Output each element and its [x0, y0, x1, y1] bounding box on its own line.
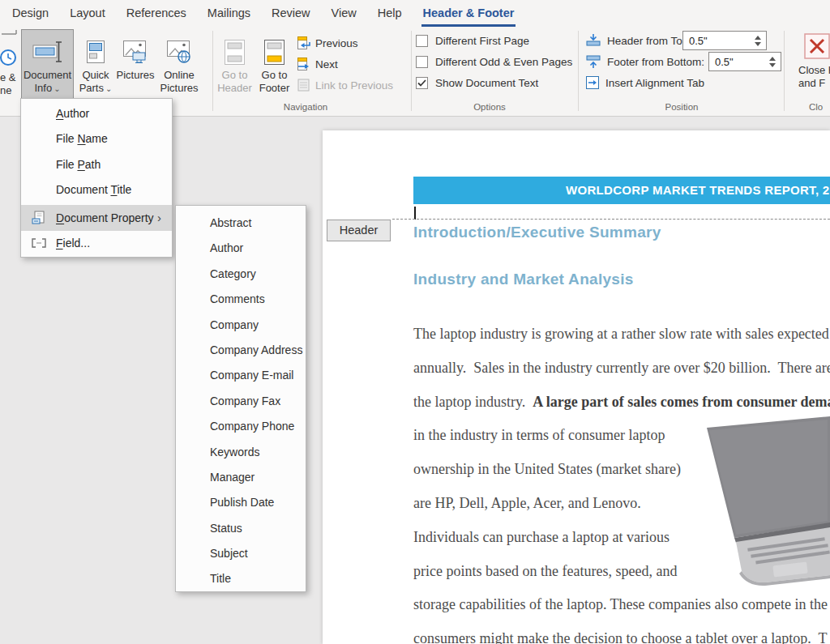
- checkbox-unchecked-icon: [416, 35, 428, 47]
- menu-item-file-path[interactable]: File Path: [21, 151, 172, 177]
- dropdown-caret-icon: ⌄: [105, 84, 112, 93]
- body-text-line: annually. Sales in the industry currentl…: [413, 360, 830, 376]
- header-boundary-line: [392, 219, 830, 220]
- menu-item-document-property[interactable]: Document Property›: [21, 205, 172, 231]
- go-to-header-button[interactable]: Go to Header: [216, 29, 254, 99]
- footer-from-bottom-icon: [585, 54, 601, 69]
- go-to-footer-label-2: Footer: [259, 82, 290, 95]
- tab-references[interactable]: References: [116, 0, 197, 27]
- menu-item-file-name[interactable]: File Name: [21, 126, 172, 152]
- online-pictures-label-2: Pictures: [160, 82, 199, 95]
- tab-header-footer[interactable]: Header & Footer: [413, 0, 525, 27]
- body-text-line: storage capabilities of the laptop. Thes…: [413, 596, 830, 612]
- spinner[interactable]: [764, 53, 781, 70]
- document-header-banner: WORLDCORP MARKET TRENDS REPORT, 2022: [413, 177, 830, 204]
- tab-review[interactable]: Review: [261, 0, 321, 27]
- options-group-label: Options: [473, 102, 506, 112]
- close-header-footer-label-1: Close H: [798, 64, 830, 77]
- submenu-item-author[interactable]: Author: [176, 236, 306, 261]
- submenu-item-comments[interactable]: Comments: [176, 287, 306, 312]
- spinner-up-icon[interactable]: [755, 36, 761, 40]
- submenu-item-company-fax[interactable]: Company Fax: [176, 389, 306, 414]
- online-pictures-label-1: Online: [164, 69, 195, 82]
- menu-item-label: File Path: [56, 158, 157, 171]
- insert-alignment-tab-button[interactable]: Insert Alignment Tab: [585, 74, 704, 92]
- spinner-down-icon[interactable]: [755, 42, 761, 46]
- submenu-item-subject[interactable]: Subject: [176, 541, 306, 566]
- pictures-label: Pictures: [117, 69, 155, 82]
- submenu-item-manager[interactable]: Manager: [176, 465, 306, 490]
- body-text-line: consumers might make the decision to cho…: [413, 630, 830, 644]
- link-to-previous-label: Link to Previous: [315, 79, 393, 92]
- footer-from-bottom-value: 0.5": [709, 56, 764, 68]
- spinner[interactable]: [750, 32, 766, 49]
- tab-help[interactable]: Help: [367, 0, 413, 27]
- header-from-top-row: Header from Top:: [585, 32, 691, 49]
- different-odd-even-label: Different Odd & Even Pages: [435, 56, 572, 68]
- submenu-item-publish-date[interactable]: Publish Date: [176, 490, 306, 515]
- spinner-up-icon[interactable]: [769, 57, 776, 61]
- different-odd-even-checkbox[interactable]: Different Odd & Even Pages: [416, 53, 572, 70]
- show-document-text-checkbox[interactable]: Show Document Text: [416, 75, 538, 91]
- submenu-item-keywords[interactable]: Keywords: [176, 440, 306, 465]
- date-time-label-partial-2: ne: [0, 84, 19, 97]
- tab-mailings[interactable]: Mailings: [197, 0, 261, 27]
- quick-parts-icon: [86, 35, 105, 69]
- body-text-line: The laptop industry is growing at a rath…: [413, 326, 830, 342]
- submenu-item-company-address[interactable]: Company Address: [176, 338, 306, 363]
- close-header-footer-icon: [803, 32, 830, 62]
- spinner-down-icon[interactable]: [769, 63, 776, 67]
- document-info-icon: [32, 35, 64, 69]
- submenu-item-status[interactable]: Status: [176, 516, 306, 541]
- field-icon: [21, 237, 56, 249]
- submenu-item-company-e-mail[interactable]: Company E-mail: [176, 363, 306, 388]
- submenu-item-title[interactable]: Title: [176, 566, 306, 591]
- tab-design[interactable]: Design: [2, 0, 59, 27]
- document-info-label-1: Document: [24, 69, 71, 82]
- quick-parts-button[interactable]: Quick Parts⌄: [77, 29, 114, 99]
- header-from-top-input[interactable]: 0.5": [682, 31, 767, 50]
- laptop-photo: [699, 415, 830, 591]
- submenu-item-category[interactable]: Category: [176, 262, 306, 287]
- clock-icon: [0, 48, 19, 69]
- next-button[interactable]: Next: [297, 54, 338, 74]
- previous-button[interactable]: Previous: [297, 33, 358, 53]
- submenu-item-abstract[interactable]: Abstract: [176, 211, 306, 236]
- quick-parts-label-1: Quick: [82, 69, 109, 82]
- close-header-footer-label-2: and F: [798, 77, 830, 90]
- header-from-top-label: Header from Top:: [607, 35, 691, 47]
- insert-alignment-tab-label: Insert Alignment Tab: [605, 77, 704, 89]
- submenu-item-company[interactable]: Company: [176, 313, 306, 338]
- go-to-header-icon: [224, 35, 246, 69]
- menu-item-author[interactable]: Author: [21, 100, 172, 126]
- previous-icon: [297, 36, 311, 50]
- go-to-footer-button[interactable]: Go to Footer: [255, 29, 293, 99]
- checkbox-checked-icon: [416, 77, 428, 89]
- tab-layout[interactable]: Layout: [59, 0, 116, 27]
- previous-label: Previous: [315, 37, 358, 49]
- link-to-previous-button[interactable]: Link to Previous: [297, 75, 393, 95]
- menu-item-label: Author: [56, 107, 157, 120]
- show-document-text-label: Show Document Text: [435, 77, 538, 89]
- doc-heading-introduction: Introduction/Executive Summary: [413, 224, 661, 241]
- pictures-button[interactable]: Pictures: [116, 29, 155, 99]
- date-time-button-partial[interactable]: e & ne: [0, 29, 19, 99]
- header-from-top-value: 0.5": [683, 35, 750, 47]
- menu-item-label: Document Property: [56, 211, 157, 224]
- different-first-page-checkbox[interactable]: Different First Page: [416, 32, 529, 49]
- go-to-footer-icon: [263, 35, 285, 69]
- menu-item-label: File Name: [56, 132, 157, 145]
- document-info-button[interactable]: Document Info⌄: [21, 29, 74, 99]
- submenu-item-company-phone[interactable]: Company Phone: [176, 414, 306, 439]
- online-pictures-button[interactable]: Online Pictures: [156, 29, 202, 99]
- tab-view[interactable]: View: [321, 0, 367, 27]
- date-time-label-partial-1: e &: [0, 71, 19, 84]
- menu-item-field[interactable]: Field...: [21, 231, 172, 257]
- menu-item-document-title[interactable]: Document Title: [21, 177, 172, 203]
- pictures-icon: [122, 35, 148, 69]
- text-cursor: [414, 207, 416, 220]
- document-page[interactable]: WORLDCORP MARKET TRENDS REPORT, 2022 Hea…: [323, 130, 830, 644]
- close-header-footer-button[interactable]: Close H and F: [790, 29, 830, 99]
- footer-from-bottom-input[interactable]: 0.5": [708, 52, 781, 71]
- insert-alignment-tab-icon: [585, 75, 600, 90]
